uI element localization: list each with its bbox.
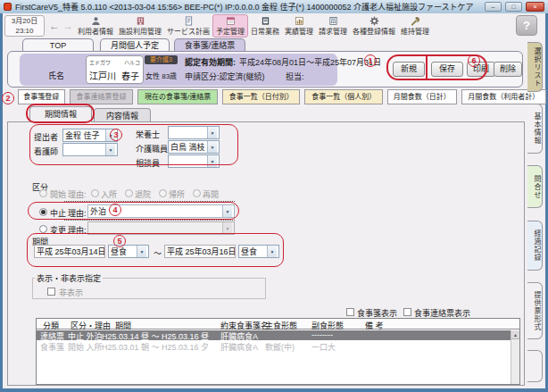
meal-report-display-checkbox[interactable] <box>403 308 411 316</box>
nutritionist-select[interactable]: ▼ <box>168 126 220 139</box>
nav-billing-management[interactable]: 請求管理 <box>316 15 350 37</box>
patient-first-name: 春子 <box>121 69 139 82</box>
chevron-down-icon: ▼ <box>267 246 277 257</box>
calculator-icon <box>328 16 338 26</box>
period-start-meal-select[interactable]: 昼食▼ <box>108 245 149 258</box>
care-worker-select[interactable]: 白鳥 満枝▼ <box>168 140 220 154</box>
print-button[interactable]: 印刷 <box>467 62 495 77</box>
nav-maintenance[interactable]: 維持管理 <box>398 15 432 37</box>
list-row[interactable]: 食事箋 開始 入所 H25.03.01 朝 ～ H25.03.16 夕 肝臓病食… <box>37 341 511 351</box>
nav-registration-info[interactable]: 各種登録情報 <box>350 15 398 37</box>
nav-results-management[interactable]: 実績管理 <box>282 15 316 37</box>
nurse-select[interactable]: ▼ <box>62 143 118 156</box>
care-worker-label: 介護職員 <box>136 143 168 154</box>
stop-reason-select[interactable]: 外泊▼ <box>87 204 235 218</box>
tab-meal-ticket[interactable]: 食事箋/連絡票 <box>174 38 245 52</box>
submitter-select[interactable]: 金程 佳子▼ <box>62 129 118 142</box>
scroll-up-icon[interactable]: ▲ <box>511 330 519 339</box>
side-tab-inquiry[interactable]: 問合せ <box>527 165 543 208</box>
nav-daily-work[interactable]: 日常業務 <box>248 15 282 37</box>
name-label: 氏名 <box>48 70 64 81</box>
chevron-down-icon: ▼ <box>222 205 232 217</box>
furigana-last: エドガワ <box>89 58 111 66</box>
tab-meal-list-by-person[interactable]: 食事一覧（個人別） <box>304 89 383 104</box>
document-icon <box>184 16 194 26</box>
reason-discharge-radio[interactable] <box>125 189 133 197</box>
building-icon <box>136 16 145 26</box>
tab-meal-report-register[interactable]: 食事連絡票登録 <box>70 89 134 104</box>
divider <box>64 220 235 221</box>
application-window: FirstCareV5_特養 5.0.110 <2013-03-04 15:56… <box>0 0 548 392</box>
period-end-meal-select[interactable]: 昼食▼ <box>238 245 279 258</box>
cert-period-label: 認定有効期間: <box>185 56 236 68</box>
chevron-down-icon: ▼ <box>105 144 115 155</box>
reason-restart-label: 再開 <box>203 188 219 200</box>
hide-checkbox[interactable] <box>47 288 55 296</box>
forward-arrow-icon[interactable]: → <box>62 20 73 32</box>
side-tab-delivery-form[interactable]: 提供票形式 <box>527 282 543 339</box>
reason-admission-radio[interactable] <box>91 189 99 197</box>
counselor-select[interactable]: ▼ <box>168 154 220 168</box>
minimize-button[interactable]: – <box>485 2 502 12</box>
chevron-down-icon: ▼ <box>137 246 146 257</box>
nav-user-info[interactable]: 利用者情報 <box>75 15 116 37</box>
period-start-date-select[interactable]: 平成 25年03月14日▼ <box>34 245 105 258</box>
reason-discharge-label: 退院 <box>135 188 151 200</box>
change-radio[interactable] <box>39 225 47 233</box>
tab-top[interactable]: TOP <box>22 38 94 52</box>
datetime-button[interactable]: 3月20日 23:10 <box>4 15 45 37</box>
subtab-period-info[interactable]: 期間情報 <box>29 106 92 122</box>
chevron-down-icon: ▼ <box>105 129 115 141</box>
close-button[interactable]: × <box>526 2 544 12</box>
main-toolbar: 利用者情報 施設利用管理 サービス計画 予定管理 日常業務 実績管理 請求管理 <box>75 14 389 38</box>
change-reason-label: 理由: <box>68 224 87 236</box>
user-icon <box>91 16 101 26</box>
stop-radio[interactable] <box>39 208 47 216</box>
gear-icon <box>369 16 379 26</box>
save-button[interactable]: 保存 <box>431 62 463 77</box>
divider <box>64 201 235 202</box>
side-tab-progress-record[interactable]: 経過記録 <box>527 221 543 271</box>
start-radio[interactable] <box>39 189 47 197</box>
visibility-group: 表示・非表示指定 非表示 <box>32 272 266 299</box>
change-radio-label: 変更 <box>50 224 66 236</box>
hide-checkbox-label: 非表示 <box>59 287 83 298</box>
tab-meal-ticket-register[interactable]: 食事箋登録 <box>18 89 65 104</box>
window-title: FirstCareV5_特養 5.0.110 <2013-03-04 15:56… <box>15 1 481 13</box>
furigana-first: ハルコ <box>124 58 140 66</box>
list-header-row: 分類 区分・理由 期間 約束食事箋名 主食形態 副食形態 備 考 <box>37 319 519 329</box>
help-button[interactable]: ? <box>516 15 537 36</box>
side-tab-selection-list[interactable]: 選択リスト <box>527 42 543 92</box>
reason-restart-radio[interactable] <box>193 189 201 197</box>
meal-ticket-display-checkbox[interactable] <box>346 308 354 316</box>
meal-ticket-list: 分類 区分・理由 期間 約束食事箋名 主食形態 副食形態 備 考 連絡票 中止 … <box>36 318 520 385</box>
list-scrollbar[interactable]: ▲ <box>511 330 519 384</box>
tab-monthly-personal-schedule[interactable]: 月間個人予定 <box>100 38 170 52</box>
nav-service-plan[interactable]: サービス計画 <box>164 15 212 37</box>
side-tab-basic-info[interactable]: 基本情報 <box>527 104 543 154</box>
date-text: 3月20日 <box>5 16 44 26</box>
delete-button[interactable]: 削除 <box>494 62 522 77</box>
nutritionist-label: 栄養士 <box>136 129 160 140</box>
tab-meal-list-by-date[interactable]: 食事一覧（日付別） <box>222 89 301 104</box>
change-reason-select[interactable]: ▼ <box>87 221 235 235</box>
back-arrow-icon[interactable]: ← <box>49 20 60 32</box>
maximize-button[interactable]: □ <box>505 2 522 12</box>
list-row-selected[interactable]: 連絡票 中止 外泊 H25.03.14 昼 ～ H25.03.16 昼 肝臓病食… <box>37 330 511 340</box>
nav-schedule-management[interactable]: 予定管理 <box>212 14 248 38</box>
chart-icon <box>295 16 304 26</box>
patient-last-name: 江戸川 <box>89 69 116 82</box>
period-end-date-select[interactable]: 平成 25年03月16日▼ <box>164 245 236 258</box>
side-tab-blank[interactable] <box>527 350 543 382</box>
subtab-content-info[interactable]: 内容情報 <box>94 108 151 122</box>
chevron-down-icon: ▼ <box>222 222 232 234</box>
tab-current-meal-ticket[interactable]: 現在の食事箋/連絡票 <box>137 89 218 104</box>
chevron-down-icon: ▼ <box>207 155 217 167</box>
new-button[interactable]: 新規 <box>393 62 425 77</box>
stop-reason-label: 理由: <box>68 207 87 219</box>
patient-name-box: エドガワ ハルコ 江戸川 春子 <box>86 55 144 84</box>
nav-facility-management[interactable]: 施設利用管理 <box>116 15 164 37</box>
reason-return-radio[interactable] <box>159 189 167 197</box>
app-logo-icon <box>4 3 12 11</box>
tab-monthly-meals-daily-total[interactable]: 月間食数（日計） <box>387 89 457 104</box>
